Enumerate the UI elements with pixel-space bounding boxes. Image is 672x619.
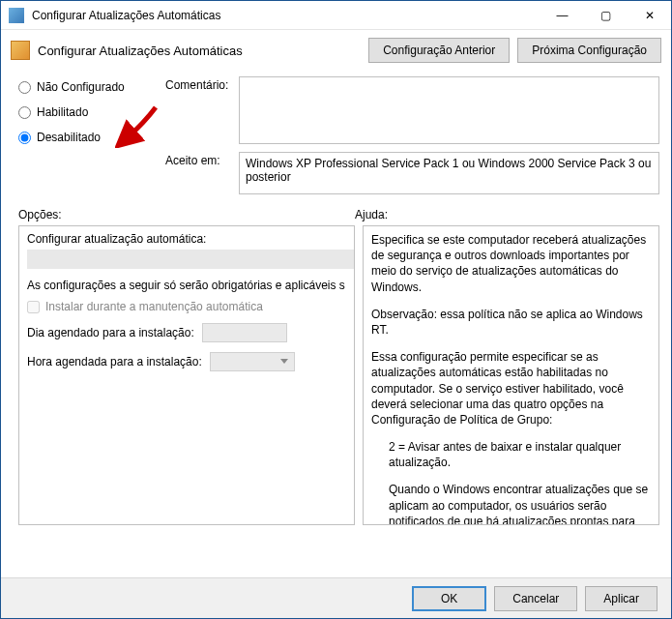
app-icon — [9, 8, 24, 23]
help-label: Ajuda: — [355, 208, 388, 221]
accepted-on-text: Windows XP Professional Service Pack 1 o… — [246, 157, 651, 184]
radio-disabled[interactable]: Desabilitado — [18, 131, 154, 144]
options-panel: Configurar atualização automática: As co… — [18, 225, 355, 525]
help-p1: Especifica se este computador receberá a… — [371, 232, 655, 295]
configure-auto-update-select[interactable] — [27, 250, 355, 269]
minimize-button[interactable]: — — [541, 1, 584, 29]
configure-auto-update-label: Configurar atualização automática: — [27, 232, 346, 246]
help-text: Especifica se este computador receberá a… — [371, 232, 655, 525]
radio-not-configured-input[interactable] — [18, 81, 31, 94]
install-during-maintenance-row[interactable]: Instalar durante a manutenção automática — [27, 300, 346, 313]
dialog-body: Não Configurado Habilitado Desabilitado — [1, 76, 671, 525]
radio-disabled-label: Desabilitado — [37, 131, 101, 144]
radio-not-configured[interactable]: Não Configurado — [18, 80, 154, 94]
install-during-maintenance-label: Instalar durante a manutenção automática — [45, 300, 263, 313]
cancel-button[interactable]: Cancelar — [494, 586, 577, 611]
accepted-on-box: Windows XP Professional Service Pack 1 o… — [239, 152, 659, 194]
close-button[interactable]: ✕ — [628, 1, 671, 29]
radio-enabled-label: Habilitado — [37, 105, 88, 119]
dialog-footer: OK Cancelar Aplicar — [1, 577, 671, 618]
next-setting-button[interactable]: Próxima Configuração — [517, 38, 661, 63]
maximize-button[interactable]: ▢ — [584, 1, 628, 29]
window-title: Configurar Atualizações Automáticas — [32, 9, 541, 22]
previous-setting-button[interactable]: Configuração Anterior — [368, 38, 510, 63]
scheduled-day-select[interactable] — [202, 323, 287, 342]
ok-button[interactable]: OK — [412, 586, 486, 611]
panel-labels-row: Opções: Ajuda: — [18, 208, 659, 221]
gpedit-policy-window: Configurar Atualizações Automáticas — ▢ … — [0, 0, 672, 619]
accepted-on-label: Aceito em: — [165, 152, 231, 167]
titlebar: Configurar Atualizações Automáticas — ▢ … — [1, 1, 671, 30]
options-note: As configurações a seguir só serão obrig… — [27, 279, 346, 292]
chevron-down-icon — [280, 359, 288, 364]
options-label: Opções: — [18, 208, 355, 221]
apply-button[interactable]: Aplicar — [585, 586, 657, 611]
subheader: Configurar Atualizações Automáticas Conf… — [1, 30, 671, 71]
help-p4: 2 = Avisar antes de baixar e instalar qu… — [371, 439, 655, 470]
policy-icon — [11, 41, 30, 60]
comment-textarea[interactable] — [239, 76, 659, 144]
radio-enabled-input[interactable] — [18, 106, 31, 119]
help-p3: Essa configuração permite especificar se… — [371, 349, 655, 427]
radio-disabled-input[interactable] — [18, 132, 31, 144]
help-panel: Especifica se este computador receberá a… — [363, 225, 659, 525]
install-during-maintenance-checkbox[interactable] — [27, 301, 40, 313]
scheduled-hour-select[interactable] — [210, 352, 295, 371]
scheduled-hour-label: Hora agendada para a instalação: — [27, 355, 202, 368]
radio-not-configured-label: Não Configurado — [37, 80, 125, 94]
policy-heading: Configurar Atualizações Automáticas — [38, 44, 368, 58]
window-controls: — ▢ ✕ — [541, 1, 671, 29]
scheduled-day-label: Dia agendado para a instalação: — [27, 326, 194, 339]
nav-buttons: Configuração Anterior Próxima Configuraç… — [368, 38, 661, 63]
help-p5: Quando o Windows encontrar atualizações … — [371, 482, 655, 525]
comment-label: Comentário: — [165, 76, 231, 92]
state-radio-group: Não Configurado Habilitado Desabilitado — [18, 76, 154, 194]
help-p2: Observação: essa política não se aplica … — [371, 307, 655, 338]
radio-enabled[interactable]: Habilitado — [18, 105, 154, 119]
